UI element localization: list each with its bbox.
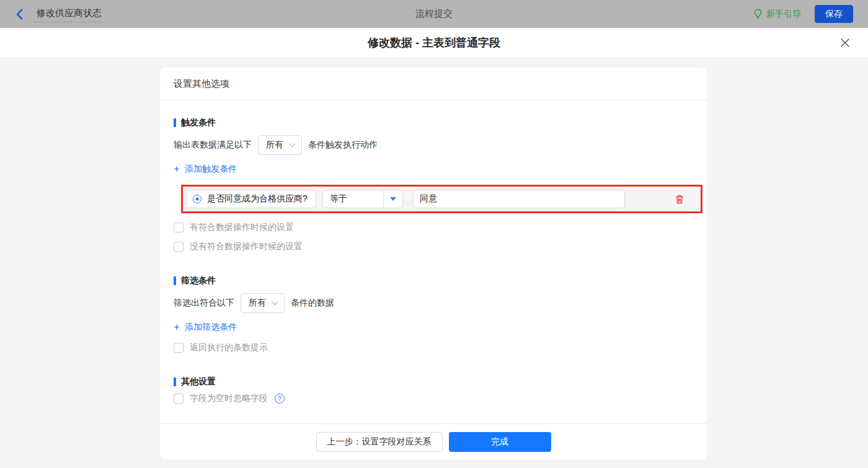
section-accent-bar	[174, 118, 176, 127]
section-accent-bar	[174, 377, 176, 386]
condition-value-input[interactable]: 同意	[413, 190, 625, 208]
trigger-section-heading: 触发条件	[174, 117, 693, 128]
checkbox-icon[interactable]	[174, 223, 184, 232]
previous-step-button[interactable]: 上一步：设置字段对应关系	[316, 432, 443, 452]
chevron-down-icon	[272, 301, 278, 306]
panel-title: 设置其他选项	[160, 68, 707, 100]
trigger-sentence-row: 输出表数据满足以下 所有 条件触发执行动作	[174, 135, 693, 155]
filter-sentence-suffix: 条件的数据	[291, 298, 334, 309]
delete-condition-button[interactable]	[675, 194, 684, 205]
trigger-match-mode-value: 所有	[266, 139, 283, 151]
save-button[interactable]: 保存	[815, 5, 853, 23]
modal-title: 修改数据 - 主表到普通字段	[368, 35, 500, 50]
checkbox-row-return-count[interactable]: 返回执行的条数提示	[174, 342, 268, 353]
trigger-sentence-suffix: 条件触发执行动作	[308, 139, 378, 151]
flow-name-title[interactable]: 修改供应商状态	[33, 6, 105, 22]
filter-sentence-row: 筛选出符合以下 所有 条件的数据	[174, 293, 693, 313]
trigger-condition-row-highlighted: 是否同意成为合格供应商? 等于 同意	[181, 185, 702, 213]
back-icon[interactable]	[15, 9, 24, 20]
panel-footer: 上一步：设置字段对应关系 完成	[160, 423, 707, 459]
radio-field-type-icon	[193, 195, 202, 203]
lightbulb-icon	[753, 9, 763, 19]
operator-dropdown-zone[interactable]	[383, 190, 402, 208]
trigger-sentence-prefix: 输出表数据满足以下	[174, 139, 252, 151]
checkbox-icon[interactable]	[174, 394, 184, 404]
trigger-match-mode-select[interactable]: 所有	[258, 135, 302, 155]
modal-header: 修改数据 - 主表到普通字段	[0, 28, 868, 58]
ignore-empty-field-label: 字段为空时忽略字段	[190, 393, 268, 404]
chevron-down-icon	[289, 143, 296, 148]
checkbox-icon[interactable]	[174, 343, 184, 353]
filter-heading-label: 筛选条件	[181, 275, 216, 286]
plus-icon: +	[174, 164, 179, 174]
beginner-guide-label: 新手引导	[766, 9, 801, 20]
condition-operator-select[interactable]: 等于	[322, 190, 403, 208]
filter-sentence-prefix: 筛选出符合以下	[174, 298, 234, 309]
checkbox-row-ignore-empty-field[interactable]: 字段为空时忽略字段 ?	[174, 393, 285, 404]
beginner-guide-link[interactable]: 新手引导	[753, 9, 801, 20]
top-navigation-bar: 修改供应商状态 流程提交 新手引导 保存	[0, 0, 868, 28]
checkbox-row-has-match-settings[interactable]: 有符合数据操作时候的设置	[174, 222, 294, 233]
condition-field-select[interactable]: 是否同意成为合格供应商?	[186, 190, 316, 208]
filter-match-mode-select[interactable]: 所有	[241, 293, 285, 313]
plus-icon: +	[174, 322, 179, 332]
add-trigger-condition-link[interactable]: + 添加触发条件	[174, 164, 237, 175]
has-match-settings-label: 有符合数据操作时候的设置	[190, 222, 294, 233]
done-button[interactable]: 完成	[449, 432, 551, 452]
other-heading-label: 其他设置	[181, 376, 216, 387]
filter-match-mode-value: 所有	[249, 298, 266, 309]
add-trigger-condition-label: 添加触发条件	[185, 164, 237, 175]
return-count-label: 返回执行的条数提示	[190, 342, 268, 353]
section-accent-bar	[174, 276, 176, 285]
add-filter-condition-link[interactable]: + 添加筛选条件	[174, 322, 237, 333]
triangle-down-icon	[390, 197, 396, 201]
other-section-heading: 其他设置	[174, 376, 693, 387]
condition-operator-value: 等于	[330, 193, 347, 205]
trash-icon	[675, 194, 684, 205]
settings-panel: 设置其他选项 触发条件 输出表数据满足以下 所有 条件触发执行动作 + 添加触发…	[160, 68, 707, 459]
add-filter-condition-label: 添加筛选条件	[185, 322, 237, 333]
condition-field-label: 是否同意成为合格供应商?	[207, 193, 308, 205]
no-match-settings-label: 没有符合数据操作时候的设置	[190, 241, 303, 252]
help-question-icon[interactable]: ?	[275, 394, 285, 404]
close-icon[interactable]	[838, 36, 852, 50]
filter-section-heading: 筛选条件	[174, 275, 693, 286]
topbar-center-title: 流程提交	[0, 8, 868, 20]
checkbox-icon[interactable]	[174, 242, 184, 252]
trigger-heading-label: 触发条件	[181, 117, 216, 128]
checkbox-row-no-match-settings[interactable]: 没有符合数据操作时候的设置	[174, 241, 303, 252]
